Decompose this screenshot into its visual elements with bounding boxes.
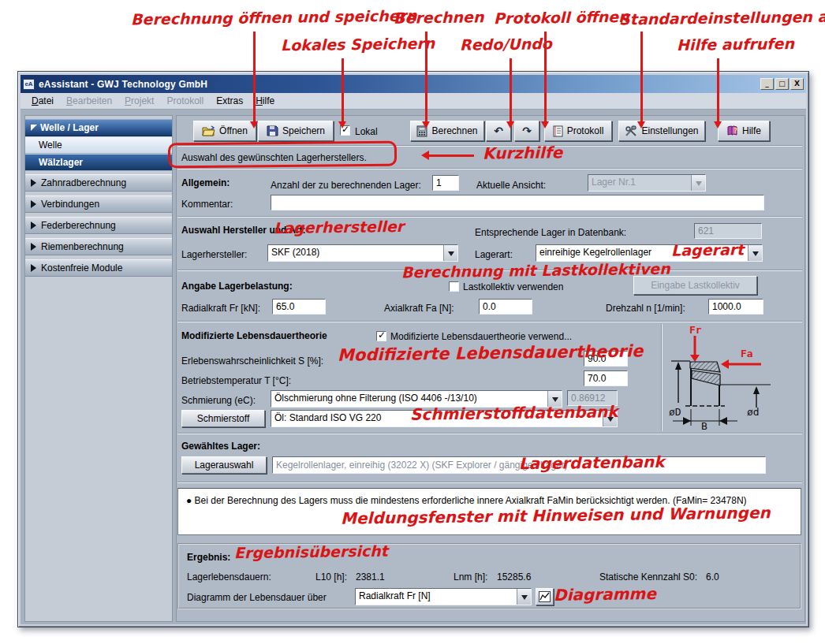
lastkollektiv-label[interactable]: Lastkollektiv verwenden (463, 281, 563, 292)
mod-lebensdauer-checkbox[interactable] (376, 331, 386, 341)
screenshot-canvas: Berechnung öffnen und speichern Berechne… (0, 0, 825, 644)
section-ergebnis-label: Ergebnis: (187, 552, 230, 563)
report-button[interactable]: Protokoll (544, 121, 612, 141)
s0-label: Statische Kennzahl S0: (599, 571, 697, 583)
annotation-arrow-help (717, 58, 719, 126)
diagramm-dropdown[interactable]: Radialkraft Fr [N] (355, 588, 532, 605)
annotation-open-report: Protokoll öffnen (494, 8, 629, 27)
sidebar-item-label: Riemenberechnung (41, 241, 124, 252)
menu-bar: Datei Bearbeiten Projekt Protokoll Extra… (21, 93, 806, 110)
drehzahl-label: Drehzahl n [1/min]: (606, 303, 685, 314)
close-button[interactable]: X (790, 78, 804, 90)
datenbank-label: Entsprechende Lager in Datenbank: (475, 227, 626, 238)
module-sidebar: Welle / Lager Welle Wälzlager Zahnradber… (24, 115, 173, 622)
help-book-icon: ? (726, 125, 738, 136)
annotation-lubricant-db: Schmierstoffdatenbank (410, 402, 618, 424)
radialkraft-input[interactable] (272, 299, 326, 315)
minimize-button[interactable]: _ (760, 78, 774, 90)
menu-extras[interactable]: Extras (210, 94, 249, 108)
sidebar-item-label: Verbindungen (41, 199, 99, 210)
settings-button[interactable]: Einstellungen (618, 121, 705, 141)
annotation-local-save: Lokales Speichern (281, 35, 435, 54)
outer-diameter-label: øD (669, 406, 681, 418)
dropdown-arrow-icon (748, 245, 762, 261)
lagerauswahl-button[interactable]: Lagerauswahl (181, 456, 267, 474)
annotation-arrow-quick-help (424, 154, 474, 157)
diagramm-chart-button[interactable] (536, 588, 554, 605)
ansicht-dropdown[interactable]: Lager Nr.1 (588, 174, 706, 192)
sidebar-item-riemenberechnung[interactable]: Riemenberechnung (25, 238, 172, 255)
lebensdauern-label: Lagerlebensdauern: (187, 571, 271, 583)
annotation-calculate: Berechnen (394, 8, 484, 27)
diagramm-label: Diagramm der Lebensdauer über (187, 592, 327, 603)
annotation-diagrams: Diagramme (554, 584, 656, 605)
fa-label: Fa (741, 348, 753, 359)
sidebar-item-verbindungen[interactable]: Verbindungen (25, 195, 172, 213)
anzahl-input[interactable] (432, 175, 459, 191)
redo-button[interactable]: ↷ (514, 121, 539, 141)
sidebar-item-welle-lager[interactable]: Welle / Lager (25, 119, 172, 136)
undo-icon: ↶ (494, 125, 503, 137)
axialkraft-label: Axialkraft Fa [N]: (384, 303, 454, 314)
drehzahl-input[interactable] (708, 299, 763, 315)
sidebar-item-label: Federberechnung (41, 220, 116, 231)
annotation-arrow-open-report (544, 32, 547, 126)
mod-lebensdauer-checkbox-label[interactable]: Modifizierte Lebensdauertheorie verwend.… (390, 331, 572, 342)
axialkraft-input[interactable] (479, 299, 532, 315)
calculate-button-label: Berechnen (431, 125, 477, 136)
kommentar-input[interactable] (271, 195, 764, 210)
vertical-separator (661, 324, 663, 431)
local-checkbox-label[interactable]: Lokal (355, 126, 378, 137)
annotation-arrow-calculate (425, 32, 427, 126)
separator (177, 433, 802, 434)
lastkollektiv-checkbox[interactable] (449, 281, 459, 292)
annotation-settings: Standardeinstellungen anpassen (619, 7, 825, 28)
lagerart-label: Lagerart: (475, 249, 513, 260)
ansicht-label: Aktuelle Ansicht: (476, 180, 546, 191)
save-button[interactable]: Speichern (258, 121, 334, 141)
sidebar-item-label: Welle / Lager (40, 122, 99, 133)
chart-icon (539, 591, 551, 602)
section-allgemein-label: Allgemein: (181, 177, 230, 188)
maximize-button[interactable]: □ (775, 78, 789, 90)
l10-label: L10 [h]: (315, 571, 347, 583)
annotation-arrow-open-save (253, 32, 256, 126)
dropdown-arrow-icon (517, 589, 531, 605)
menu-protokoll[interactable]: Protokoll (160, 94, 210, 108)
erlebenswahrscheinlichkeit-label: Erlebenswahrscheinlichkeit S [%]: (181, 356, 323, 367)
redo-icon: ↷ (522, 125, 532, 137)
separator (177, 168, 802, 169)
betriebstemperatur-input[interactable] (584, 370, 628, 386)
hersteller-dropdown[interactable]: SKF (2018) (267, 244, 458, 262)
sidebar-item-waelzlager[interactable]: Wälzlager (25, 154, 172, 171)
sidebar-item-welle[interactable]: Welle (25, 137, 172, 154)
menu-projekt[interactable]: Projekt (118, 94, 160, 108)
collapsed-triangle-icon (31, 179, 36, 187)
svg-text:?: ? (734, 128, 737, 135)
kommentar-label: Kommentar: (181, 199, 233, 210)
sidebar-item-kostenfreie-module[interactable]: Kostenfreie Module (25, 259, 172, 277)
annotation-open-save: Berechnung öffnen und speichern (131, 6, 417, 28)
width-label: B (701, 420, 707, 431)
open-button-label: Öffnen (219, 125, 248, 136)
report-button-label: Protokoll (567, 125, 604, 136)
sidebar-item-federberechnung[interactable]: Federberechnung (25, 217, 172, 234)
eingabe-lastkollektiv-button[interactable]: Eingabe Lastkollektiv (633, 276, 757, 295)
l10-value: 2381.1 (356, 571, 385, 583)
sidebar-item-label: Kostenfreie Module (41, 262, 122, 274)
title-bar[interactable]: eA eAssistant - GWJ Technology GmbH _ □ … (21, 75, 806, 93)
inner-diameter-label: ød (747, 406, 760, 418)
menu-bearbeiten[interactable]: Bearbeiten (60, 94, 118, 108)
open-button[interactable]: Öffnen (193, 121, 256, 141)
radialkraft-label: Radialkraft Fr [kN]: (181, 303, 260, 314)
annotation-manufacturer: Lagerhersteller (274, 218, 404, 236)
sidebar-item-label: Zahnradberechnung (41, 177, 126, 188)
save-floppy-icon (267, 125, 278, 136)
schmierstoff-button[interactable]: Schmierstoff (181, 410, 265, 427)
help-button[interactable]: ? Hilfe (718, 121, 770, 141)
separator (177, 482, 802, 483)
menu-datei[interactable]: Datei (25, 94, 60, 108)
datenbank-count-input[interactable] (694, 223, 762, 239)
expanded-triangle-icon (31, 125, 37, 131)
sidebar-item-zahnradberechnung[interactable]: Zahnradberechnung (25, 174, 172, 192)
